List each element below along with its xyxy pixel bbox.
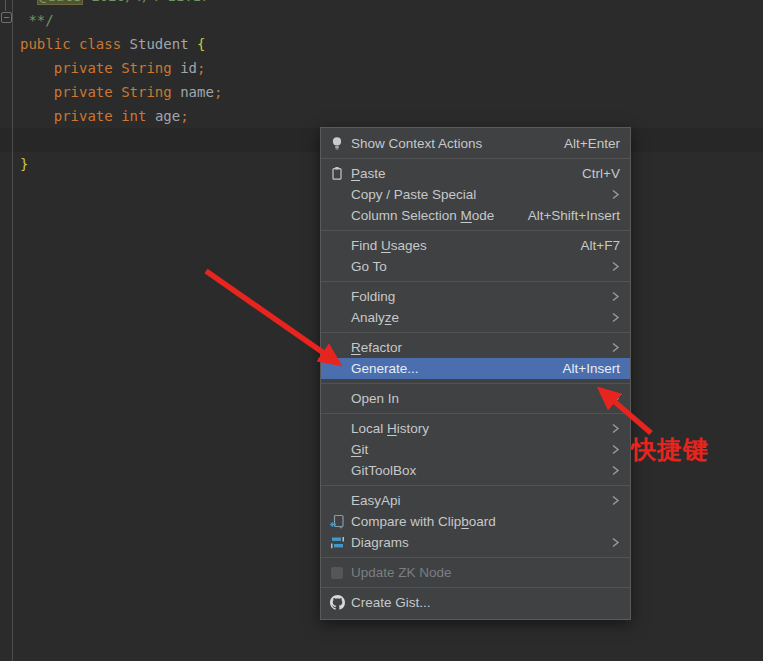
menu-item-right: Ctrl+V <box>582 166 620 181</box>
menu-item-right: Alt+Insert <box>563 361 620 376</box>
code-token: 2020/4/4 11:17 <box>83 0 209 4</box>
submenu-arrow-icon <box>611 495 620 506</box>
submenu-arrow-icon <box>611 312 620 323</box>
menu-item-right <box>611 444 620 455</box>
menu-item-local-history[interactable]: Local History <box>321 418 630 439</box>
code-line: public class Student { <box>20 32 222 56</box>
menu-separator <box>321 281 630 282</box>
menu-item-label: Folding <box>351 289 395 304</box>
empty-icon <box>327 391 347 406</box>
menu-item-show-context-actions[interactable]: Show Context ActionsAlt+Enter <box>321 133 630 154</box>
menu-item-refactor[interactable]: Refactor <box>321 337 630 358</box>
empty-icon <box>327 310 347 325</box>
submenu-arrow-icon <box>611 261 620 272</box>
menu-item-right: Alt+Enter <box>564 136 620 151</box>
diagrams-icon <box>327 535 347 550</box>
menu-item-label: Column Selection Mode <box>351 208 494 223</box>
ide-screenshot: ‒ @date 2020/4/4 11:17 **/public class S… <box>0 0 763 661</box>
context-menu: Show Context ActionsAlt+EnterPasteCtrl+V… <box>320 127 631 620</box>
code-token: Student <box>130 36 197 52</box>
menu-item-analyze[interactable]: Analyze <box>321 307 630 328</box>
menu-item-go-to[interactable]: Go To <box>321 256 630 277</box>
code-token: ; <box>214 84 222 100</box>
menu-item-column-selection-mode[interactable]: Column Selection ModeAlt+Shift+Insert <box>321 205 630 226</box>
menu-separator <box>321 332 630 333</box>
code-line: **/ <box>20 8 222 32</box>
code-token <box>20 0 37 4</box>
menu-item-label: Analyze <box>351 310 399 325</box>
code-token: **/ <box>20 12 54 28</box>
menu-separator <box>321 587 630 588</box>
menu-item-right: Alt+F7 <box>581 238 620 253</box>
menu-item-open-in[interactable]: Open In <box>321 388 630 409</box>
menu-item-diagrams[interactable]: Diagrams <box>321 532 630 553</box>
empty-icon <box>327 361 347 376</box>
code-token: private <box>20 108 121 124</box>
lightbulb-icon <box>327 136 347 151</box>
menu-item-label: Find Usages <box>351 238 427 253</box>
code-token: ; <box>197 60 205 76</box>
menu-item-copy-paste-special[interactable]: Copy / Paste Special <box>321 184 630 205</box>
menu-item-label: Show Context Actions <box>351 136 482 151</box>
menu-separator <box>321 383 630 384</box>
menu-item-git[interactable]: Git <box>321 439 630 460</box>
menu-item-right: Alt+Shift+Insert <box>528 208 620 223</box>
menu-item-right <box>611 312 620 323</box>
menu-item-label: Local History <box>351 421 429 436</box>
code-line <box>20 128 222 152</box>
empty-icon <box>327 187 347 202</box>
code-token: @date <box>37 0 83 5</box>
empty-icon <box>327 289 347 304</box>
menu-item-right <box>611 465 620 476</box>
menu-item-easyapi[interactable]: EasyApi <box>321 490 630 511</box>
menu-item-compare-with-clipboard[interactable]: Compare with Clipboard <box>321 511 630 532</box>
menu-item-right <box>611 342 620 353</box>
menu-item-gittoolbox[interactable]: GitToolBox <box>321 460 630 481</box>
compare-icon <box>327 514 347 529</box>
submenu-arrow-icon <box>611 189 620 200</box>
code-line: private String name; <box>20 80 222 104</box>
menu-item-generate[interactable]: Generate...Alt+Insert <box>321 358 630 379</box>
code-line: private int age; <box>20 104 222 128</box>
menu-item-create-gist[interactable]: Create Gist... <box>321 592 630 613</box>
code-token: name <box>180 84 214 100</box>
code-token: int <box>121 108 155 124</box>
menu-separator <box>321 557 630 558</box>
code-token: String <box>121 60 180 76</box>
menu-item-find-usages[interactable]: Find UsagesAlt+F7 <box>321 235 630 256</box>
menu-item-shortcut: Alt+Shift+Insert <box>528 208 620 223</box>
annotation-label: 快捷键 <box>631 433 709 466</box>
menu-item-right <box>611 393 620 404</box>
menu-item-label: Generate... <box>351 361 419 376</box>
code-line: private String id; <box>20 56 222 80</box>
code-token: id <box>180 60 197 76</box>
menu-item-folding[interactable]: Folding <box>321 286 630 307</box>
empty-icon <box>327 340 347 355</box>
submenu-arrow-icon <box>611 291 620 302</box>
fold-marker-icon[interactable]: ‒ <box>1 12 12 23</box>
menu-separator <box>321 230 630 231</box>
empty-icon <box>327 259 347 274</box>
empty-icon <box>327 442 347 457</box>
menu-item-right <box>611 291 620 302</box>
empty-icon <box>327 493 347 508</box>
menu-item-label: Update ZK Node <box>351 565 452 580</box>
menu-item-label: Go To <box>351 259 387 274</box>
editor-gutter <box>12 0 13 661</box>
menu-item-right <box>611 495 620 506</box>
github-icon <box>327 595 347 610</box>
menu-item-right <box>611 261 620 272</box>
menu-item-label: Create Gist... <box>351 595 431 610</box>
menu-item-right <box>611 423 620 434</box>
code-token: ; <box>180 108 188 124</box>
menu-item-label: Open In <box>351 391 399 406</box>
menu-item-shortcut: Alt+Insert <box>563 361 620 376</box>
checkbox-icon <box>327 565 347 580</box>
menu-separator <box>321 158 630 159</box>
menu-item-paste[interactable]: PasteCtrl+V <box>321 163 630 184</box>
empty-icon <box>327 208 347 223</box>
clipboard-icon <box>327 166 347 181</box>
submenu-arrow-icon <box>611 465 620 476</box>
code-line: @date 2020/4/4 11:17 <box>20 0 222 8</box>
code-token: private <box>20 84 121 100</box>
